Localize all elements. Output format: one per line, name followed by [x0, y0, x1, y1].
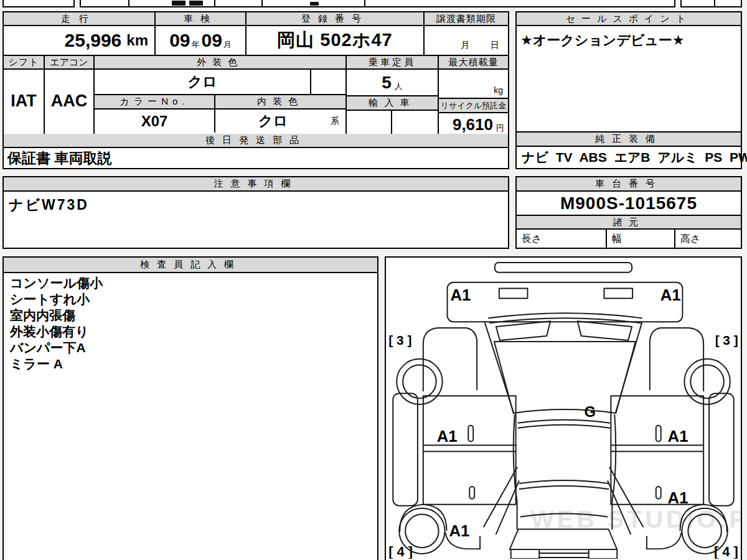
door-handle-front-right-shape: [656, 426, 661, 442]
front-wheel-right-shape: [684, 359, 730, 404]
inspector-notes-table: 検査員記入欄 コンソール傷小 シートすれ小 室内内張傷 外装小傷有り バンパー下…: [2, 256, 378, 560]
capacity-header: 乗車定員: [347, 56, 438, 70]
car-top-view-drawing: WEB STUDIO.PRO: [386, 258, 741, 559]
sales-point-value: ★オークションデビュー★: [517, 26, 741, 133]
inspector-note-line: シートすれ小: [10, 291, 371, 307]
recycle-header: リサイクル預託金: [439, 99, 508, 113]
inspector-note-line: 外装小傷有り: [10, 324, 371, 340]
import-cell-right: [392, 111, 438, 134]
recycle-unit: 円: [496, 123, 504, 134]
recycle-cell: 9,610 円: [439, 113, 508, 136]
inspector-note-line: コンソール傷小: [10, 275, 371, 291]
registration-value: 岡山 502ホ47: [247, 26, 425, 56]
specs-header: 諸元: [517, 216, 741, 230]
color-no-header: カラーNo.: [95, 95, 215, 110]
front-fender-left-shape: [423, 328, 477, 391]
sales-equipment-table: セールスポイント ★オークションデビュー★ 純正装備 ナビ TV ABS エアB…: [515, 11, 742, 169]
interior-color-header: 内装色: [215, 95, 345, 110]
transfer-deadline-cell: 月 日: [425, 26, 508, 56]
inspector-note-line: ミラー A: [10, 356, 371, 372]
spec-width-label: 幅: [607, 230, 675, 249]
exterior-color-value: クロ: [95, 70, 311, 95]
shaken-header: 車検: [156, 12, 247, 26]
transfer-month: 月: [461, 40, 469, 51]
top-fragment-table: [80, 0, 675, 7]
import-cell-left: [347, 111, 392, 134]
spec-height-label: 高さ: [675, 230, 741, 249]
capacity-value: 5: [382, 73, 392, 93]
interior-color-suffix: 系: [331, 116, 339, 127]
mark-rear-wheel-right: [ 4 ]: [714, 544, 738, 559]
door-handle-rear-right-shape: [656, 487, 661, 499]
shift-header: シフト: [4, 56, 44, 70]
tail-light-right-shape: [589, 549, 618, 559]
spec-length-label: 長さ: [517, 230, 607, 249]
inspector-notes: コンソール傷小 シートすれ小 室内内張傷 外装小傷有り バンパー下A ミラー A: [4, 273, 377, 374]
front-wheel-left-shape: [397, 359, 442, 404]
tail-light-left-shape: [511, 549, 540, 559]
mark-roof: G: [584, 403, 596, 420]
headlight-right-shape: [604, 289, 632, 299]
max-load-unit: kg: [494, 85, 503, 95]
inspector-note-line: バンパー下A: [10, 340, 371, 356]
capacity-cell: 5 人: [347, 70, 438, 96]
equipment-value: ナビ TV ABS エアB アルミ PS PW: [517, 147, 741, 168]
interior-color-value: クロ: [215, 111, 331, 131]
aircon-value: AAC: [45, 70, 93, 133]
later-parts-header: 後日発送部品: [4, 134, 508, 148]
mark-door-front-left: A1: [437, 427, 458, 445]
mark-door-front-right: A1: [668, 427, 688, 445]
caution-table: 注意事項欄 ナビW73D: [2, 176, 509, 249]
mileage-header: 走行: [4, 12, 156, 26]
inspector-header: 検査員記入欄: [4, 258, 377, 273]
top-fragment-cell2: [680, 0, 742, 7]
max-load-header: 最大積載量: [439, 56, 508, 70]
caution-header: 注意事項欄: [4, 177, 508, 192]
mileage-value-cell: 25,996 km: [4, 26, 156, 56]
front-fender-right-shape: [650, 328, 703, 391]
car-damage-diagram: WEB STUDIO.PRO: [385, 256, 742, 560]
cowl-vent-right-shape: [578, 321, 632, 340]
color-no-value: X07: [95, 110, 215, 133]
later-parts-value: 保証書 車両取説: [4, 148, 508, 168]
caution-value: ナビW73D: [4, 192, 508, 218]
transfer-deadline-header: 譲渡書類期限: [425, 12, 508, 26]
rocker-panel-left-shape: [393, 393, 418, 506]
transfer-day: 日: [491, 40, 499, 51]
mark-door-rear-right: A1: [668, 489, 688, 506]
doors-right-shape: [611, 396, 703, 505]
door-handle-rear-left-shape: [469, 487, 474, 499]
equipment-header: 純正装備: [517, 133, 741, 147]
mark-quarter-rear-left: A1: [449, 522, 470, 539]
chassis-table: 車台番号 M900S-1015675 諸元 長さ 幅 高さ: [515, 176, 742, 249]
chassis-value: M900S-1015675: [517, 192, 741, 216]
interior-color-cell: クロ 系: [215, 110, 345, 133]
door-handle-front-left-shape: [468, 426, 473, 442]
top-fragment-cell: [2, 0, 75, 7]
registration-header: 登録番号: [247, 12, 425, 26]
max-load-cell: kg: [439, 70, 508, 99]
shaken-month: 09: [202, 30, 222, 51]
front-panel-shape: [448, 282, 683, 322]
shaken-value-cell: 09 年 09 月: [156, 26, 247, 56]
headlight-left-shape: [499, 289, 528, 299]
shaken-year-suffix: 年: [192, 39, 200, 50]
exterior-color-header: 外装色: [95, 56, 345, 70]
recycle-value: 9,610: [453, 115, 493, 134]
mark-front-wheel-left: [ 3 ]: [388, 333, 411, 347]
front-bumper-shape: [495, 263, 632, 273]
mark-front-left: A1: [451, 286, 471, 304]
rocker-panel-right-shape: [709, 393, 734, 506]
mileage-value: 25,996: [65, 30, 122, 51]
mark-rear-wheel-left: [ 4 ]: [388, 544, 413, 559]
cowl-vent-left-shape: [496, 321, 550, 340]
import-header: 輸入車: [347, 96, 438, 111]
shift-value: IAT: [4, 70, 44, 133]
mark-front-right: A1: [660, 286, 681, 304]
sales-point-header: セールスポイント: [517, 12, 741, 26]
vehicle-info-table: 走行 車検 登録番号 譲渡書類期限 25,996 km 09 年 09 月 岡山…: [2, 11, 509, 169]
shaken-month-suffix: 月: [223, 39, 232, 50]
mileage-unit: km: [126, 32, 148, 49]
exterior-color-extra-cell: [311, 70, 345, 95]
mark-front-wheel-right: [ 3 ]: [715, 333, 738, 347]
